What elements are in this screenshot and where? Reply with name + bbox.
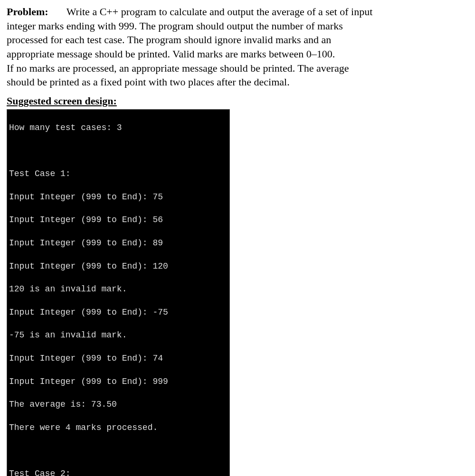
terminal-blank-line (9, 445, 228, 456)
terminal-line: Input Integer (999 to End): 75 (9, 191, 228, 203)
terminal-line: 120 is an invalid mark. (9, 283, 228, 295)
terminal-line: Input Integer (999 to End): -75 (9, 307, 228, 318)
problem-text-line3: processed for each test case. The progra… (7, 34, 331, 46)
terminal-line: The average is: 73.50 (9, 399, 228, 410)
terminal-output: How many test cases: 3 Test Case 1: Inpu… (7, 109, 230, 476)
terminal-line: Input Integer (999 to End): 999 (9, 376, 228, 387)
suggested-screen-design-label: Suggested screen design: (7, 94, 468, 108)
terminal-line: How many test cases: 3 (9, 122, 228, 133)
terminal-line: There were 4 marks processed. (9, 422, 228, 433)
terminal-line: Test Case 1: (9, 168, 228, 179)
terminal-line: Input Integer (999 to End): 120 (9, 261, 228, 272)
problem-text-line4: appropriate message should be printed. V… (7, 48, 335, 60)
terminal-blank-line (9, 145, 228, 157)
terminal-line: Test Case 2: (9, 468, 228, 476)
problem-text-line1: Write a C++ program to calculate and out… (66, 6, 373, 18)
problem-statement: Problem: Write a C++ program to calculat… (7, 5, 468, 89)
terminal-line: Input Integer (999 to End): 89 (9, 237, 228, 249)
problem-text-line5: If no marks are processed, an appropriat… (7, 62, 349, 74)
terminal-line: Input Integer (999 to End): 74 (9, 353, 228, 364)
problem-text-line2: integer marks ending with 999. The progr… (7, 20, 343, 32)
problem-label: Problem: (7, 6, 48, 18)
terminal-line: Input Integer (999 to End): 56 (9, 214, 228, 225)
terminal-line: -75 is an invalid mark. (9, 329, 228, 341)
problem-text-line6: should be printed as a fixed point with … (7, 76, 290, 88)
